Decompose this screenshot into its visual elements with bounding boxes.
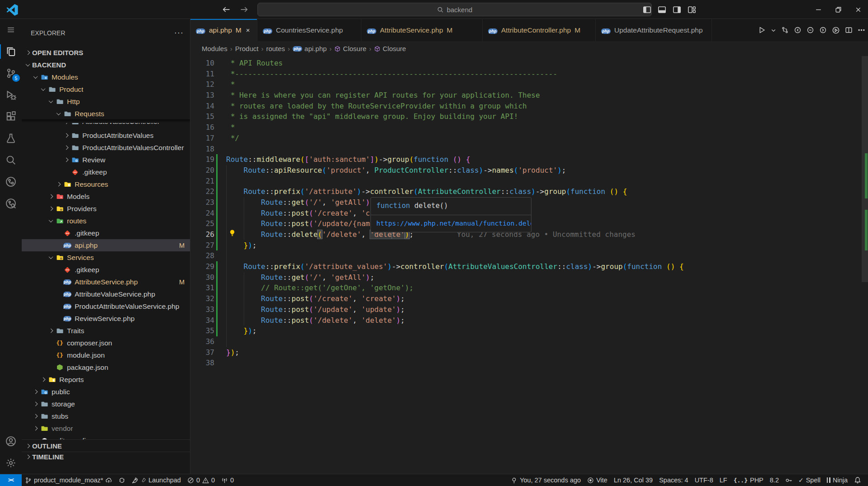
code-line-19[interactable]: 19Route::middleware(['auth:sanctum'])->g…: [190, 154, 868, 165]
code-line-20[interactable]: 20 Route::apiResource('product', Product…: [190, 165, 868, 176]
navigate-forward-icon[interactable]: [238, 4, 250, 15]
activity-bar-menu[interactable]: [0, 19, 22, 41]
run-dropdown[interactable]: [771, 28, 776, 33]
status-ports[interactable]: 0: [218, 474, 237, 486]
breadcrumb-item[interactable]: Closure: [374, 45, 406, 52]
code-line-30[interactable]: 30 Route::get('/', 'getAll');: [190, 272, 868, 283]
tree-item-http[interactable]: Http: [22, 95, 190, 108]
code-line-35[interactable]: 35 });: [190, 326, 868, 336]
status-launchpad[interactable]: Launchpad: [128, 474, 184, 486]
tab-countriesservice-php[interactable]: phpCountriesService.php: [257, 19, 361, 41]
activity-bar-settings[interactable]: [0, 452, 22, 474]
tree-item-product[interactable]: Product: [22, 83, 190, 95]
code-line-33[interactable]: 33 Route::post('/update', 'update');: [190, 304, 868, 315]
toggle-panel-icon[interactable]: [658, 5, 666, 14]
breadcrumb-item[interactable]: Closure: [334, 45, 366, 52]
activity-bar-run-and-debug[interactable]: [0, 84, 22, 106]
code-line-37[interactable]: 37});: [190, 347, 868, 358]
activity-bar-extensions[interactable]: [0, 106, 22, 127]
minimize-button[interactable]: [808, 0, 828, 19]
tree-item-vendor[interactable]: vendor: [22, 422, 190, 434]
tree-item-routes[interactable]: routes: [22, 215, 190, 227]
activity-bar-testing[interactable]: [0, 127, 22, 149]
activity-bar-search[interactable]: [0, 149, 22, 171]
tab-attributeservice-php[interactable]: phpAttributeService.phpM: [361, 19, 483, 41]
status-cursor-position[interactable]: Ln 26, Col 39: [611, 474, 656, 486]
code-line-18[interactable]: 18: [190, 144, 868, 155]
activity-bar-source-control[interactable]: 5: [0, 62, 22, 84]
status-php-version[interactable]: 8.2: [767, 474, 782, 486]
tree-item-attributevaluescontroller[interactable]: AttributeValuesController: [22, 123, 190, 129]
tree-item-modules[interactable]: Modules: [22, 71, 190, 83]
tree-item-productattributevalues[interactable]: ProductAttributeValues: [22, 129, 190, 142]
tree-item--gitkeep[interactable]: .gitkeep: [22, 227, 190, 239]
tab-updateattributerequest-php[interactable]: phpUpdateAttributeRequest.php: [596, 19, 712, 41]
tree-item-module-json[interactable]: {}module.json: [22, 349, 190, 361]
tree-item-attributevalueservice-php[interactable]: phpAttributeValueService.php: [22, 288, 190, 300]
tree-item-resources[interactable]: Resources: [22, 178, 190, 190]
status-language-mode[interactable]: {..}PHP: [730, 474, 767, 486]
tree-item-storage[interactable]: storage: [22, 398, 190, 410]
tree-item--gitkeep[interactable]: .gitkeep: [22, 264, 190, 276]
status-git-branch[interactable]: product_module_moaz*: [22, 474, 115, 486]
tree-item-traits[interactable]: Traits: [22, 325, 190, 337]
tab-attributecontroller-php[interactable]: phpAttributeController.phpM: [483, 19, 596, 41]
tree-item-stubs[interactable]: stubs: [22, 410, 190, 422]
tree-item-providers[interactable]: Providers: [22, 203, 190, 215]
views-more-actions-icon[interactable]: ···: [174, 28, 184, 38]
code-area[interactable]: 10 * API Routes11 *---------------------…: [190, 56, 868, 474]
next-change-icon[interactable]: [819, 26, 827, 34]
activity-bar-accounts[interactable]: [0, 430, 22, 452]
code-line-17[interactable]: 17 */: [190, 133, 868, 144]
tree-item-api-php[interactable]: phpapi.phpM: [22, 239, 190, 251]
lightbulb-icon[interactable]: [228, 229, 236, 237]
code-line-22[interactable]: 22 Route::prefix('/attribute')->controll…: [190, 186, 868, 197]
command-center-search[interactable]: backend: [257, 3, 652, 16]
code-line-13[interactable]: 13 * Here is where you can register API …: [190, 90, 868, 101]
code-line-29[interactable]: 29 Route::prefix('/attribute_values')->c…: [190, 261, 868, 272]
status-spell-checker[interactable]: ✓Spell: [795, 474, 824, 486]
code-line-36[interactable]: 36: [190, 336, 868, 347]
tree-item-services[interactable]: Services: [22, 251, 190, 264]
activity-bar-git-graph[interactable]: [0, 171, 22, 193]
customize-layout-icon[interactable]: [688, 5, 696, 14]
activity-bar-explorer[interactable]: [0, 41, 22, 62]
code-line-11[interactable]: 11 *------------------------------------…: [190, 69, 868, 80]
tree-item-public[interactable]: public: [22, 386, 190, 398]
activity-bar-gitlens[interactable]: [0, 193, 22, 214]
code-line-14[interactable]: 14 * routes are loaded by the RouteServi…: [190, 101, 868, 112]
breadcrumb-item[interactable]: Modules: [202, 45, 228, 52]
status-problems[interactable]: 00: [184, 474, 218, 486]
code-line-31[interactable]: 31 // Route::get('/getOne', 'getOne');: [190, 283, 868, 293]
open-editors-section[interactable]: OPEN EDITORS: [22, 47, 190, 59]
status-license-key[interactable]: [782, 474, 795, 486]
tree-item--gitkeep[interactable]: .gitkeep: [22, 166, 190, 178]
tree-item-models[interactable]: Models: [22, 190, 190, 203]
code-line-34[interactable]: 34 Route::post('/delete', 'delete');: [190, 315, 868, 326]
code-line-32[interactable]: 32 Route::post('/create', 'create');: [190, 293, 868, 304]
tree-item-composer-json[interactable]: {}composer.json: [22, 337, 190, 349]
tab-api-php[interactable]: phpapi.phpM×: [190, 19, 257, 41]
workspace-root[interactable]: BACKEND: [22, 59, 190, 71]
rest-client-icon[interactable]: [781, 26, 789, 34]
status-encoding[interactable]: UTF-8: [692, 474, 716, 486]
status-vite[interactable]: Vite: [584, 474, 611, 486]
tree-item-requests[interactable]: Requests: [22, 108, 190, 120]
breadcrumb-item[interactable]: Product: [235, 45, 259, 52]
status-eol[interactable]: LF: [716, 474, 730, 486]
run-button[interactable]: [758, 26, 766, 34]
current-change-icon[interactable]: [806, 26, 814, 34]
tree-item-productattributevalueservice-php[interactable]: phpProductAttributeValueService.php: [22, 300, 190, 312]
code-line-38[interactable]: 38: [190, 358, 868, 368]
more-actions-icon[interactable]: [858, 26, 865, 34]
outline-section[interactable]: OUTLINE: [22, 439, 190, 452]
timeline-section[interactable]: TIMELINE: [22, 452, 190, 462]
code-line-27[interactable]: 27 });: [190, 240, 868, 251]
tree-item-reports[interactable]: Reports: [22, 373, 190, 386]
code-line-10[interactable]: 10 * API Routes: [190, 58, 868, 69]
tree-item-reviewservice-php[interactable]: phpReviewService.php: [22, 312, 190, 325]
toggle-primary-sidebar-icon[interactable]: [643, 5, 651, 14]
tree-item-package-json[interactable]: package.json: [22, 361, 190, 373]
split-editor-icon[interactable]: [845, 26, 853, 34]
breadcrumb-item[interactable]: routes: [266, 45, 285, 52]
